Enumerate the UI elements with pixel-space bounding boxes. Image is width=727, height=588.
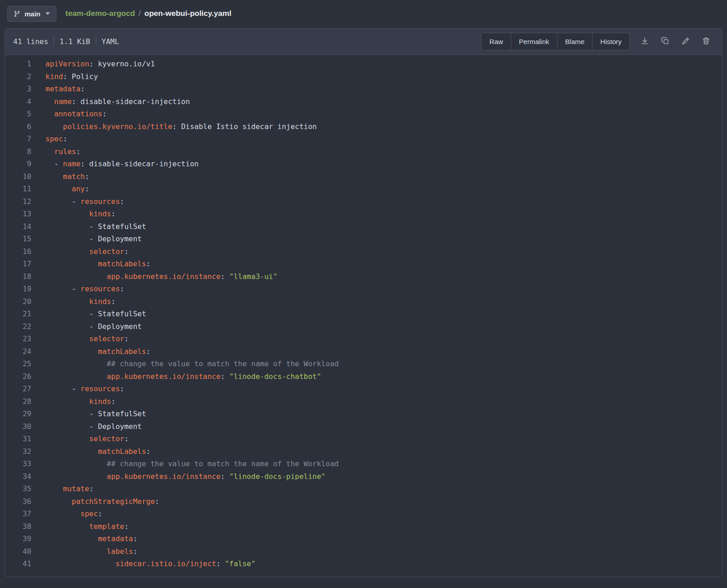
line-number[interactable]: 25 (5, 358, 31, 370)
line-number[interactable]: 15 (5, 233, 31, 245)
delete-button[interactable] (702, 37, 710, 46)
line-number[interactable]: 27 (5, 383, 31, 395)
code-line: 8 rules: (5, 145, 722, 158)
code-line: 32 matchLabels: (5, 445, 722, 458)
line-number[interactable]: 10 (5, 170, 31, 183)
code-line: 14 - StatefulSet (5, 220, 722, 233)
download-icon (641, 37, 649, 46)
code-line-content: metadata: (31, 533, 137, 545)
code-line-content: matchLabels: (31, 258, 150, 270)
line-number[interactable]: 26 (5, 370, 31, 383)
code-line-content: - name: disable-sidecar-injection (31, 158, 199, 170)
code-line-content: apiVersion: kyverno.io/v1 (31, 58, 155, 70)
code-line: 7spec: (5, 133, 722, 145)
code-line-content: - StatefulSet (31, 408, 146, 420)
git-branch-icon (14, 10, 20, 17)
line-number[interactable]: 40 (5, 545, 31, 558)
code-line-content: app.kubernetes.io/instance: "linode-docs… (31, 370, 321, 383)
line-number[interactable]: 3 (5, 83, 31, 95)
line-number[interactable]: 30 (5, 420, 31, 433)
code-line-content: ## change the value to match the name of… (31, 358, 339, 370)
code-line-content: - resources: (31, 383, 124, 395)
code-line-content: kind: Policy (31, 70, 98, 83)
line-number[interactable]: 11 (5, 183, 31, 195)
code-line: 17 matchLabels: (5, 258, 722, 270)
line-number[interactable]: 29 (5, 408, 31, 420)
line-number[interactable]: 36 (5, 495, 31, 508)
line-number[interactable]: 34 (5, 470, 31, 483)
code-line: 30 - Deployment (5, 420, 722, 433)
line-number[interactable]: 7 (5, 133, 31, 145)
download-button[interactable] (641, 37, 649, 46)
code-line: 11 any: (5, 183, 722, 195)
line-number[interactable]: 2 (5, 70, 31, 83)
code-line-content: any: (31, 183, 89, 195)
line-number[interactable]: 1 (5, 58, 31, 70)
line-number[interactable]: 22 (5, 320, 31, 333)
line-number[interactable]: 16 (5, 245, 31, 258)
code-line: 15 - Deployment (5, 233, 722, 245)
branch-selector[interactable]: main (7, 6, 56, 22)
code-line-content: rules: (31, 145, 80, 158)
line-number[interactable]: 39 (5, 533, 31, 545)
line-number[interactable]: 13 (5, 208, 31, 220)
code-line-content: metadata: (31, 83, 85, 95)
line-number[interactable]: 18 (5, 270, 31, 283)
code-line: 10 match: (5, 170, 722, 183)
code-line-content: labels: (31, 545, 137, 558)
code-line: 35 mutate: (5, 483, 722, 495)
code-line-content: ## change the value to match the name of… (31, 458, 339, 470)
edit-icon (682, 37, 690, 46)
line-number[interactable]: 32 (5, 445, 31, 458)
line-number[interactable]: 21 (5, 308, 31, 320)
code-line: 20 kinds: (5, 295, 722, 308)
edit-button[interactable] (682, 37, 690, 46)
line-number[interactable]: 41 (5, 558, 31, 570)
line-number[interactable]: 20 (5, 295, 31, 308)
breadcrumb-separator: / (139, 9, 141, 18)
line-number[interactable]: 37 (5, 508, 31, 520)
line-number[interactable]: 28 (5, 395, 31, 408)
line-number[interactable]: 9 (5, 158, 31, 170)
repo-link[interactable]: team-demo-argocd (65, 9, 135, 18)
file-size: 1.1 KiB (60, 37, 90, 46)
code-line-content: policies.kyverno.io/title: Disable Istio… (31, 120, 317, 133)
code-line: 12 - resources: (5, 195, 722, 208)
file-header: 41 lines 1.1 KiB YAML RawPermalinkBlameH… (5, 29, 722, 55)
line-number[interactable]: 24 (5, 345, 31, 358)
permalink-button[interactable]: Permalink (511, 33, 558, 50)
copy-button[interactable] (661, 37, 669, 46)
line-number[interactable]: 31 (5, 433, 31, 445)
code-line: 9 - name: disable-sidecar-injection (5, 158, 722, 170)
code-line-content: app.kubernetes.io/instance: "linode-docs… (31, 470, 326, 483)
line-number[interactable]: 4 (5, 95, 31, 108)
code-line-content: kinds: (31, 208, 115, 220)
line-number[interactable]: 33 (5, 458, 31, 470)
file-icon-actions (641, 37, 710, 46)
line-number[interactable]: 38 (5, 520, 31, 533)
line-number[interactable]: 5 (5, 108, 31, 120)
line-number[interactable]: 14 (5, 220, 31, 233)
raw-button[interactable]: Raw (481, 33, 511, 50)
code-line: 36 patchStrategicMerge: (5, 495, 722, 508)
code-line: 25 ## change the value to match the name… (5, 358, 722, 370)
line-number[interactable]: 17 (5, 258, 31, 270)
code-line-content: - StatefulSet (31, 220, 146, 233)
breadcrumb: team-demo-argocd / open-webui-policy.yam… (65, 9, 231, 18)
code-line-content: - resources: (31, 283, 124, 295)
line-number[interactable]: 12 (5, 195, 31, 208)
line-number[interactable]: 8 (5, 145, 31, 158)
line-number[interactable]: 23 (5, 333, 31, 345)
line-number[interactable]: 35 (5, 483, 31, 495)
code-line: 19 - resources: (5, 283, 722, 295)
code-line-content: - Deployment (31, 320, 142, 333)
code-line: 5 annotations: (5, 108, 722, 120)
code-line-content: patchStrategicMerge: (31, 495, 159, 508)
blame-button[interactable]: Blame (558, 33, 593, 50)
line-number[interactable]: 6 (5, 120, 31, 133)
history-button[interactable]: History (593, 33, 630, 50)
code-line: 29 - StatefulSet (5, 408, 722, 420)
code-line: 2kind: Policy (5, 70, 722, 83)
topbar: main team-demo-argocd / open-webui-polic… (0, 0, 727, 27)
line-number[interactable]: 19 (5, 283, 31, 295)
